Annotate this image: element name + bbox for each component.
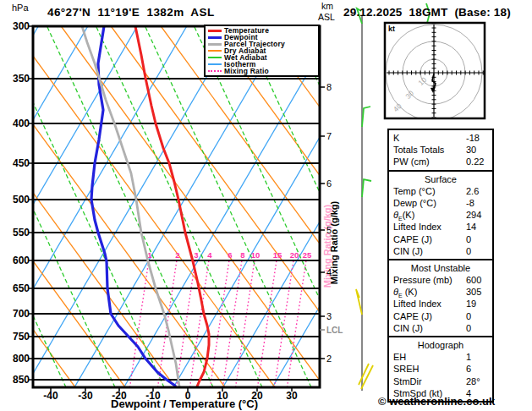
- table-row: Lifted Index14: [389, 221, 492, 233]
- table-section-header: Most Unstable: [389, 262, 492, 274]
- table-row-value: 14: [466, 221, 476, 233]
- legend-line-sample: [208, 63, 222, 65]
- table-row-label: CIN (J): [393, 245, 423, 257]
- km-axis-label: 5: [326, 225, 332, 235]
- table-section-header: Surface: [389, 173, 492, 185]
- temp-axis-label: 10: [217, 390, 228, 402]
- table-row: CIN (J)0: [389, 245, 492, 257]
- legend-item: Wet Adiabat: [206, 54, 318, 61]
- table-row-label: Pressure (mb): [393, 274, 452, 286]
- legend-item: Temperature: [206, 27, 318, 34]
- legend-line-sample: [208, 50, 222, 52]
- legend-item-label: Mixing Ratio: [224, 68, 269, 74]
- hodograph: 103040: [385, 24, 484, 123]
- mixing-ratio-value-label: 3: [194, 250, 198, 260]
- table-row: CAPE (J)0: [389, 233, 492, 245]
- table-row: θE(K)294: [389, 209, 492, 221]
- wind-barb: [362, 107, 370, 127]
- wind-barb: [362, 179, 371, 197]
- hodograph-unit-label: kt: [388, 25, 395, 33]
- table-section: Most UnstablePressure (mb)600θE (K)305Li…: [389, 259, 492, 336]
- table-row-value: 28°: [466, 375, 480, 387]
- table-section-header: Hodograph: [389, 339, 492, 351]
- mixing-ratio-value-label: 20: [290, 250, 299, 260]
- indices-table: K-18Totals Totals30PW (cm)0.22SurfaceTem…: [387, 129, 494, 403]
- table-row-label: Totals Totals: [393, 144, 444, 156]
- pressure-axis-label: 500: [4, 194, 30, 206]
- pressure-axis-label: 300: [4, 20, 30, 32]
- wet-adiabat-line: [47, 26, 213, 387]
- storm-motion-arrowhead: [431, 87, 436, 93]
- table-row-label: CAPE (J): [393, 310, 432, 322]
- table-row-value: 30: [466, 144, 476, 156]
- km-axis-label: 7: [326, 131, 332, 141]
- pressure-axis-label: 400: [4, 118, 30, 129]
- table-row: K-18: [389, 132, 492, 144]
- table-row-label: Lifted Index: [393, 221, 442, 233]
- pressure-axis-label: 650: [4, 282, 30, 294]
- km-axis-label: 2: [326, 353, 332, 364]
- mixing-ratio-value-label: 6: [228, 250, 232, 260]
- pressure-axis-label: 550: [4, 227, 30, 238]
- table-row-value: -8: [466, 197, 474, 209]
- table-row-value: 6: [466, 363, 471, 375]
- table-row-value: 600: [466, 274, 481, 286]
- km-axis-label: 4: [326, 267, 332, 277]
- temp-axis-label: -10: [145, 390, 160, 402]
- temp-axis-label: 0: [185, 390, 191, 402]
- table-row-value: 0: [466, 245, 471, 257]
- temp-axis-label: -30: [78, 390, 92, 402]
- table-row: θE (K)305: [389, 286, 492, 298]
- mixing-ratio-line: [222, 260, 242, 387]
- pressure-axis-label: 800: [4, 353, 30, 364]
- hodograph-ring-label: 10: [416, 75, 428, 87]
- mixing-ratio-value-label: 4: [207, 250, 212, 260]
- pressure-axis-label: 750: [4, 331, 30, 342]
- table-row: EH1: [389, 351, 492, 363]
- wind-barb: [359, 364, 369, 385]
- dewpoint-curve: [91, 26, 175, 386]
- pressure-axis-label: 850: [4, 374, 30, 386]
- table-row-value: 2.6: [466, 185, 479, 197]
- mixing-ratio-value-label: 8: [240, 250, 244, 260]
- legend-line-sample: [208, 43, 222, 46]
- table-row-value: 0: [466, 322, 471, 334]
- legend-item: Mixing Ratio: [206, 68, 318, 74]
- km-axis-label: 8: [326, 82, 332, 92]
- temp-axis-label: 20: [251, 390, 262, 402]
- table-section: K-18Totals Totals30PW (cm)0.22: [389, 130, 492, 170]
- pressure-axis-label: 350: [4, 73, 30, 85]
- table-row-value: 0: [466, 310, 471, 322]
- lcl-label: LCL: [326, 326, 343, 335]
- table-row-value: -18: [466, 132, 480, 144]
- table-row-value: 305: [466, 286, 481, 298]
- table-row: Pressure (mb)600: [389, 274, 492, 286]
- pressure-axis-label: 450: [4, 157, 30, 169]
- mixing-ratio-value-label: 10: [251, 250, 261, 260]
- dry-adiabat-line: [11, 26, 275, 387]
- table-row-label: SREH: [393, 363, 420, 375]
- km-axis-label: 6: [326, 178, 332, 189]
- skewt-sounding-page: 12346810152025103040 hPa 46°27'N 11°19'E…: [0, 0, 532, 411]
- table-row-label: Lifted Index: [393, 298, 442, 310]
- wind-barb: [356, 289, 362, 315]
- table-row-label: Temp (°C): [393, 185, 436, 197]
- table-row-label: StmDir: [393, 375, 422, 387]
- table-row-value: 19: [466, 298, 476, 310]
- temperature-curve: [135, 26, 209, 386]
- table-row: Temp (°C)2.6: [389, 185, 492, 197]
- table-section: HodographEH1SREH6StmDir28°StmSpd (kt)4: [389, 336, 492, 401]
- station-title: 46°27'N 11°19'E 1382m ASL: [47, 6, 215, 19]
- mixing-ratio-value-label: 25: [303, 250, 312, 260]
- table-row: PW (cm)0.22: [389, 156, 492, 167]
- hodograph-ring-label: 30: [403, 89, 415, 101]
- table-row: Dewp (°C)-8: [389, 197, 492, 209]
- table-row-value: 1: [466, 351, 471, 363]
- pressure-axis-label: 600: [4, 255, 30, 266]
- table-row: Lifted Index19: [389, 298, 492, 310]
- temp-axis-label: 30: [286, 390, 297, 402]
- table-row-label: PW (cm): [393, 156, 430, 167]
- hodograph-ring-label: 40: [392, 101, 403, 113]
- table-section: SurfaceTemp (°C)2.6Dewp (°C)-8θE(K)294Li…: [389, 170, 492, 259]
- mixing-ratio-line: [235, 260, 255, 387]
